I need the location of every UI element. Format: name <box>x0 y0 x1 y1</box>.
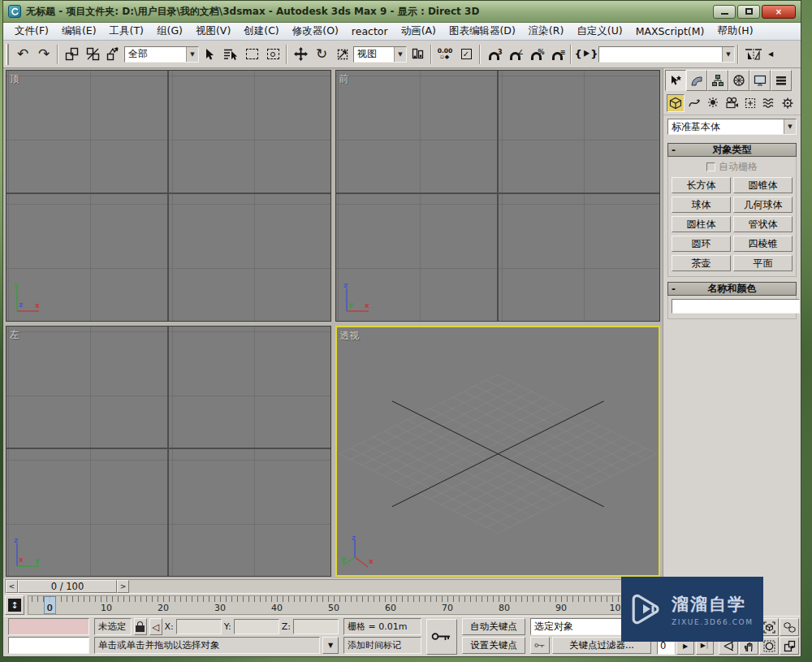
menu-reactor[interactable]: reactor <box>345 25 395 37</box>
zoom-extents-all-button[interactable] <box>780 618 799 636</box>
open-mini-curve-editor-button[interactable]: ↕ <box>5 595 24 615</box>
previous-frame-arrow[interactable]: < <box>6 580 18 593</box>
menu-edit[interactable]: 编辑(E) <box>55 24 103 38</box>
notification-button[interactable]: ▼ <box>322 637 339 654</box>
category-shapes[interactable] <box>685 94 703 112</box>
menu-graph-editors[interactable]: 图表编辑器(D) <box>443 24 522 38</box>
percent-snap-spinner[interactable]: 0.00 ▫◆ <box>434 44 456 65</box>
object-type-plane-button[interactable]: 平面 <box>733 255 793 271</box>
category-helpers[interactable] <box>741 94 759 112</box>
menu-rendering[interactable]: 渲染(R) <box>522 24 570 38</box>
set-keys-button[interactable] <box>426 619 457 655</box>
category-lights[interactable] <box>704 94 722 112</box>
set-key-button[interactable]: 设置关键点 <box>462 637 525 654</box>
title-bar[interactable]: 无标题 - 项目文件夹: D:\用户目录\我的文档\3dsmax - Autod… <box>3 1 801 23</box>
use-pivot-point-center-button[interactable] <box>407 44 428 65</box>
toolbar-overflow-arrow[interactable]: ◀ <box>766 44 775 65</box>
select-object-button[interactable] <box>199 44 220 65</box>
viewport-perspective[interactable]: 透视 z x y <box>335 326 661 578</box>
min-max-toggle-button[interactable] <box>780 637 799 655</box>
time-slider-track[interactable]: < 0 / 100 > <box>5 579 661 594</box>
category-cameras[interactable] <box>723 94 741 112</box>
redo-button[interactable]: ↷ <box>33 44 54 65</box>
menu-group[interactable]: 组(G) <box>150 24 189 38</box>
time-slider-thumb[interactable]: 0 / 100 <box>18 580 117 593</box>
object-type-box-button[interactable]: 长方体 <box>672 177 731 193</box>
menu-create[interactable]: 创建(C) <box>237 24 285 38</box>
menu-help[interactable]: 帮助(H) <box>710 24 759 38</box>
minimize-button[interactable] <box>713 5 736 19</box>
object-type-tube-button[interactable]: 管状体 <box>733 216 793 232</box>
track-bar-ruler[interactable]: 0 0 10 20 30 40 50 60 70 80 90 100 <box>28 595 661 615</box>
menu-modifiers[interactable]: 修改器(O) <box>286 24 345 38</box>
toolbar-grip[interactable] <box>6 44 9 65</box>
listener-macro-field[interactable] <box>8 618 89 635</box>
spinner-snap-toggle-button[interactable]: ≡ <box>546 44 568 65</box>
select-and-scale-button[interactable] <box>332 44 353 65</box>
primitive-category-arrow[interactable]: ▼ <box>784 119 796 134</box>
category-geometry[interactable] <box>667 94 685 112</box>
object-type-geosphere-button[interactable]: 几何球体 <box>733 197 793 213</box>
keyboard-shortcut-override-toggle[interactable]: ✓ <box>456 44 477 65</box>
object-type-rollout-header[interactable]: 对象类型 - <box>667 143 797 157</box>
set-key-mode-icon-button[interactable] <box>530 637 550 654</box>
window-crossing-toggle-button[interactable] <box>262 44 283 65</box>
x-coordinate-input[interactable] <box>176 619 222 634</box>
viewport-front[interactable]: 前 z x y <box>335 70 661 322</box>
edit-named-selection-sets-button[interactable]: {⯈} <box>574 44 598 65</box>
primitive-category-dropdown[interactable]: 标准基本体 ▼ <box>667 119 797 135</box>
tab-modify[interactable] <box>686 70 707 91</box>
object-name-input[interactable] <box>672 299 800 314</box>
selection-filter-arrow[interactable]: ▼ <box>186 47 198 62</box>
named-selection-dropdown[interactable]: ▼ <box>598 46 735 63</box>
object-type-pyramid-button[interactable]: 四棱锥 <box>733 236 793 252</box>
maxscript-mini-listener[interactable] <box>8 618 89 655</box>
viewport-left[interactable]: 左 z y x <box>6 326 331 578</box>
maximize-button[interactable] <box>737 5 760 19</box>
menu-tools[interactable]: 工具(T) <box>103 24 150 38</box>
reference-coordinate-dropdown[interactable]: 视图 ▼ <box>353 46 407 63</box>
category-space-warps[interactable] <box>760 94 778 112</box>
named-selection-arrow[interactable]: ▼ <box>722 47 734 62</box>
object-type-torus-button[interactable]: 圆环 <box>672 236 731 252</box>
object-type-teapot-button[interactable]: 茶壶 <box>672 255 731 271</box>
selection-lock-toggle[interactable] <box>134 618 147 635</box>
tab-utilities[interactable] <box>771 70 792 91</box>
mirror-button[interactable] <box>741 44 766 65</box>
bind-to-space-warp-button[interactable] <box>103 44 124 65</box>
menu-views[interactable]: 视图(V) <box>189 24 237 38</box>
undo-button[interactable]: ↶ <box>12 44 33 65</box>
object-type-sphere-button[interactable]: 球体 <box>672 197 731 213</box>
auto-key-button[interactable]: 自动关键点 <box>462 618 525 635</box>
close-button[interactable]: × <box>762 5 796 19</box>
select-and-rotate-button[interactable]: ↻ <box>311 44 332 65</box>
unlink-selection-button[interactable] <box>82 44 103 65</box>
menu-maxscript[interactable]: MAXScript(M) <box>629 25 711 37</box>
autogrid-checkbox[interactable] <box>706 162 715 171</box>
z-coordinate-input[interactable] <box>293 619 339 634</box>
absolute-offset-mode-toggle[interactable]: ◁ <box>149 618 162 635</box>
selection-filter-dropdown[interactable]: 全部 ▼ <box>124 46 199 63</box>
tab-display[interactable] <box>749 70 771 91</box>
select-and-link-button[interactable] <box>61 44 82 65</box>
object-type-cylinder-button[interactable]: 圆柱体 <box>672 216 731 232</box>
angle-snap-toggle-button[interactable]: ∠ <box>504 44 525 65</box>
next-frame-arrow[interactable]: > <box>117 580 129 593</box>
select-by-name-button[interactable] <box>220 44 241 65</box>
tab-create[interactable] <box>665 70 686 91</box>
y-coordinate-input[interactable] <box>234 619 279 634</box>
listener-script-field[interactable] <box>8 637 89 654</box>
tab-hierarchy[interactable] <box>707 70 728 91</box>
percent-snap-toggle-button[interactable]: % <box>525 44 546 65</box>
name-color-rollout-header[interactable]: 名称和颜色 - <box>667 282 797 296</box>
rectangular-selection-region-button[interactable] <box>241 44 262 65</box>
add-time-tag[interactable]: 添加时间标记 <box>343 637 421 654</box>
tab-motion[interactable] <box>728 70 749 91</box>
snap-toggle-3d-button[interactable]: 3 <box>483 44 504 65</box>
coord-system-arrow[interactable]: ▼ <box>394 47 406 62</box>
select-and-move-button[interactable] <box>290 44 311 65</box>
viewport-top[interactable]: 顶 y x z <box>6 70 331 322</box>
category-systems[interactable] <box>779 94 797 112</box>
menu-file[interactable]: 文件(F) <box>8 24 55 38</box>
menu-animation[interactable]: 动画(A) <box>395 24 443 38</box>
